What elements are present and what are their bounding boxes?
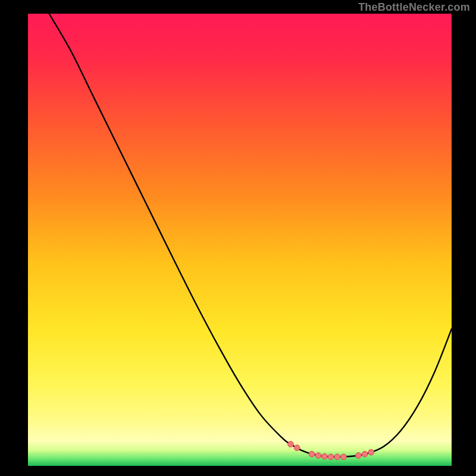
chart-dot — [356, 453, 362, 459]
chart-dot — [315, 453, 321, 459]
chart-dot — [368, 449, 374, 455]
chart-dot — [341, 454, 347, 460]
chart-dot — [362, 451, 368, 457]
chart-plot-area — [28, 14, 452, 466]
attribution-label: TheBottleNecker.com — [358, 1, 470, 14]
chart-dot — [288, 441, 294, 447]
chart-dot — [334, 454, 340, 460]
chart-dot — [328, 454, 334, 460]
chart-dot — [309, 451, 315, 457]
chart-background — [28, 14, 452, 466]
chart-frame: TheBottleNecker.com — [0, 0, 476, 476]
chart-dot — [294, 445, 300, 451]
chart-svg — [28, 14, 452, 466]
chart-dot — [322, 453, 328, 459]
